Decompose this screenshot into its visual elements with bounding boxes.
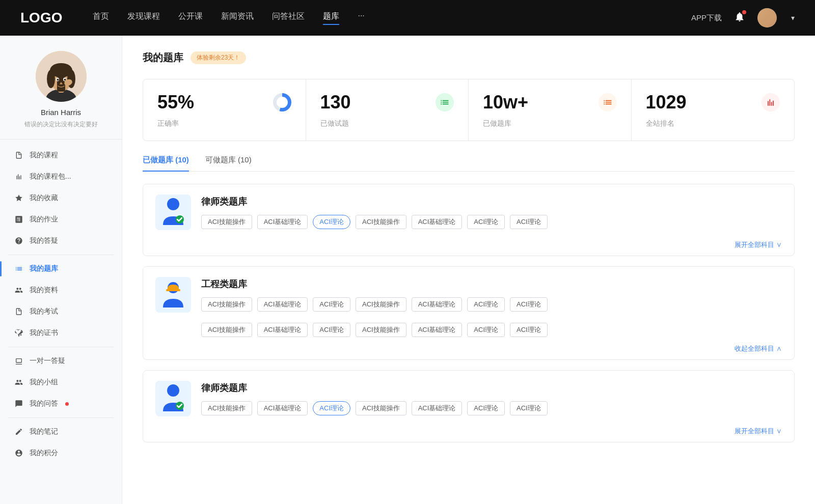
sidebar-item-我的作业[interactable]: 我的作业 [0, 209, 122, 230]
tag-0-0[interactable]: ACI技能操作 [201, 215, 252, 229]
sidebar-profile: Brian Harris 错误的决定比没有决定要好 [0, 51, 122, 139]
sidebar-icon-5 [14, 264, 23, 273]
bank-name-0: 律师类题库 [201, 195, 782, 208]
sidebar-icon-7 [14, 307, 23, 316]
tag-2-4[interactable]: ACI基础理论 [412, 401, 463, 415]
bank-header-0: 律师类题库ACI技能操作ACI基础理论ACI理论ACI技能操作ACI基础理论AC… [143, 184, 794, 240]
tag-0-1[interactable]: ACI基础理论 [257, 215, 308, 229]
sidebar-item-我的收藏[interactable]: 我的收藏 [0, 187, 122, 209]
trial-badge: 体验剩余23天！ [191, 51, 246, 64]
tag-row2-1-0[interactable]: ACI技能操作 [201, 323, 252, 337]
sidebar-icon-4 [14, 236, 23, 245]
tag-2-1[interactable]: ACI基础理论 [257, 401, 308, 415]
tag-1-3[interactable]: ACI技能操作 [356, 297, 406, 312]
stat-label-3: 全站排名 [646, 119, 780, 128]
sidebar-icon-1 [14, 172, 23, 181]
sidebar-label-4: 我的答疑 [30, 236, 58, 245]
navbar: LOGO 首页发现课程公开课新闻资讯问答社区题库··· APP下载 ▾ [0, 0, 815, 36]
tag-row2-1-6[interactable]: ACI理论 [510, 323, 548, 337]
sidebar-item-我的问答[interactable]: 我的问答 [0, 393, 122, 414]
bar-icon [762, 93, 780, 111]
bank-section-1: 工程类题库ACI技能操作ACI基础理论ACI理论ACI技能操作ACI基础理论AC… [143, 266, 795, 360]
nav-link-发现课程[interactable]: 发现课程 [127, 11, 160, 25]
nav-link-首页[interactable]: 首页 [93, 11, 109, 25]
notification-dot [742, 10, 746, 14]
profile-motto: 错误的决定比没有决定要好 [24, 120, 98, 129]
stat-card-1: 130 已做试题 [306, 79, 469, 141]
sidebar-label-9: 一对一答疑 [30, 356, 65, 366]
bank-expand-1[interactable]: 收起全部科目 ∧ [143, 344, 794, 359]
tag-row2-1-4[interactable]: ACI基础理论 [412, 323, 463, 337]
sidebar-label-0: 我的课程 [30, 151, 58, 160]
sidebar-item-一对一答疑[interactable]: 一对一答疑 [0, 350, 122, 372]
sidebar-label-1: 我的课程包... [30, 172, 71, 181]
app-download-button[interactable]: APP下载 [691, 13, 722, 23]
sidebar-item-我的小组[interactable]: 我的小组 [0, 372, 122, 393]
nav-link-公开课[interactable]: 公开课 [178, 11, 203, 25]
profile-avatar[interactable] [36, 51, 87, 102]
svg-point-11 [64, 79, 66, 81]
sidebar-item-我的资料[interactable]: 我的资料 [0, 279, 122, 301]
sidebar-menu: 我的课程我的课程包...我的收藏我的作业我的答疑我的题库我的资料我的考试我的证书… [0, 145, 122, 464]
nav-link-问答社区[interactable]: 问答社区 [272, 11, 305, 25]
list-orange-icon [599, 93, 617, 111]
nav-link-题库[interactable]: 题库 [323, 11, 339, 25]
tag-2-2[interactable]: ACI理论 [313, 401, 350, 415]
tag-2-0[interactable]: ACI技能操作 [201, 401, 252, 415]
sidebar-item-我的课程[interactable]: 我的课程 [0, 145, 122, 166]
tag-0-5[interactable]: ACI理论 [467, 215, 505, 229]
tag-0-2[interactable]: ACI理论 [313, 215, 350, 229]
sidebar-item-我的笔记[interactable]: 我的笔记 [0, 421, 122, 442]
tag-0-6[interactable]: ACI理论 [510, 215, 548, 229]
stat-top-3: 1029 [646, 92, 780, 113]
tag-row2-1-2[interactable]: ACI理论 [313, 323, 350, 337]
tag-1-6[interactable]: ACI理论 [510, 297, 548, 312]
bank-icon-wrap-2 [155, 381, 191, 416]
tab-0[interactable]: 已做题库 (10) [143, 155, 189, 171]
tag-2-3[interactable]: ACI技能操作 [356, 401, 406, 415]
bank-info-0: 律师类题库ACI技能操作ACI基础理论ACI理论ACI技能操作ACI基础理论AC… [201, 195, 782, 229]
sidebar-divider-11 [8, 417, 114, 418]
stat-card-2: 10w+ 已做题库 [469, 79, 632, 141]
notification-bell[interactable] [734, 11, 745, 24]
sidebar-item-我的证书[interactable]: 我的证书 [0, 322, 122, 344]
tag-2-6[interactable]: ACI理论 [510, 401, 548, 415]
sidebar-label-2: 我的收藏 [30, 193, 58, 203]
tag-1-4[interactable]: ACI基础理论 [412, 297, 463, 312]
sidebar-item-我的积分[interactable]: 我的积分 [0, 442, 122, 464]
bank-name-1: 工程类题库 [201, 278, 782, 290]
sidebar-icon-13 [14, 449, 23, 458]
tag-row2-1-5[interactable]: ACI理论 [467, 323, 505, 337]
avatar[interactable] [757, 8, 777, 27]
nav-link-新闻资讯[interactable]: 新闻资讯 [221, 11, 254, 25]
nav-logo[interactable]: LOGO [20, 10, 62, 26]
bank-header-2: 律师类题库ACI技能操作ACI基础理论ACI理论ACI技能操作ACI基础理论AC… [143, 371, 794, 427]
sidebar-item-我的题库[interactable]: 我的题库 [0, 258, 122, 279]
tab-1[interactable]: 可做题库 (10) [205, 155, 252, 171]
bank-info-2: 律师类题库ACI技能操作ACI基础理论ACI理论ACI技能操作ACI基础理论AC… [201, 382, 782, 415]
sidebar-icon-11 [14, 399, 23, 408]
bank-icon-wrap-1 [155, 277, 191, 313]
tag-1-0[interactable]: ACI技能操作 [201, 297, 252, 312]
tag-1-5[interactable]: ACI理论 [467, 297, 505, 312]
sidebar-label-3: 我的作业 [30, 215, 58, 224]
profile-chevron[interactable]: ▾ [791, 14, 795, 22]
sidebar-item-我的课程包...[interactable]: 我的课程包... [0, 166, 122, 187]
tag-1-1[interactable]: ACI基础理论 [257, 297, 308, 312]
sidebar-label-12: 我的笔记 [30, 427, 58, 436]
tag-1-2[interactable]: ACI理论 [313, 297, 350, 312]
tag-row2-1-3[interactable]: ACI技能操作 [356, 323, 406, 337]
sidebar-item-我的考试[interactable]: 我的考试 [0, 301, 122, 322]
bank-icon-wrap-0 [155, 194, 191, 230]
sidebar-item-我的答疑[interactable]: 我的答疑 [0, 230, 122, 251]
bank-expand-0[interactable]: 展开全部科目 ∨ [143, 240, 794, 256]
svg-point-13 [167, 198, 179, 210]
bank-expand-2[interactable]: 展开全部科目 ∨ [143, 427, 794, 442]
nav-link-···[interactable]: ··· [358, 11, 364, 25]
tag-0-4[interactable]: ACI基础理论 [412, 215, 463, 229]
tag-0-3[interactable]: ACI技能操作 [356, 215, 406, 229]
tag-2-5[interactable]: ACI理论 [467, 401, 505, 415]
sidebar-icon-2 [14, 193, 23, 203]
nav-links: 首页发现课程公开课新闻资讯问答社区题库··· [93, 11, 691, 25]
tag-row2-1-1[interactable]: ACI基础理论 [257, 323, 308, 337]
